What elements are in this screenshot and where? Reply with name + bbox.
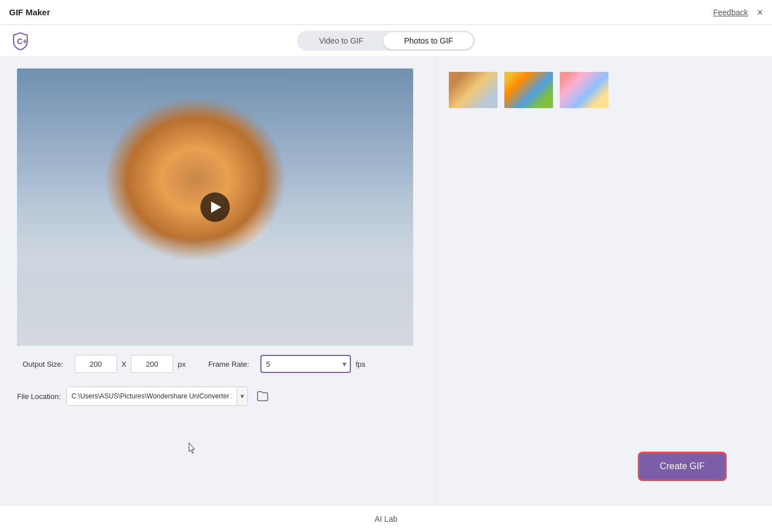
x-separator: X — [122, 360, 127, 368]
play-button[interactable] — [200, 192, 230, 222]
fps-select-wrapper: 5 10 15 20 25 30 — [260, 355, 351, 373]
output-size-label: Output Size: — [23, 360, 63, 368]
thumbnail-cake[interactable] — [559, 71, 610, 109]
size-inputs: X px — [75, 355, 186, 373]
file-path-input[interactable] — [67, 387, 237, 405]
frame-rate-label: Frame Rate: — [208, 360, 249, 368]
create-gif-button[interactable]: Create GIF — [638, 452, 727, 481]
file-location-label: File Location: — [17, 392, 61, 401]
size-rate-row: Output Size: X px Frame Rate: 5 10 — [23, 355, 413, 373]
app-title: GIF Maker — [9, 7, 50, 17]
thumb-sponge-image — [504, 72, 553, 108]
app-logo: C+ — [9, 29, 32, 52]
tab-video-to-gif[interactable]: Video to GIF — [299, 32, 384, 49]
logo-area: C+ — [9, 29, 32, 54]
height-input[interactable] — [131, 355, 173, 373]
ai-lab-label: AI Lab — [375, 514, 397, 524]
content-row: Output Size: X px Frame Rate: 5 10 — [0, 57, 772, 507]
fps-label: fps — [355, 360, 365, 368]
create-gif-button-wrapper: Create GIF — [638, 452, 727, 481]
fps-select[interactable]: 5 10 15 20 25 30 — [260, 355, 351, 373]
thumb-cake-image — [560, 72, 608, 108]
close-button[interactable]: × — [757, 7, 763, 18]
file-path-dropdown[interactable]: ▾ — [237, 387, 247, 405]
file-location-row: File Location: ▾ — [17, 387, 419, 406]
video-preview — [17, 68, 413, 346]
thumbnails-row — [448, 71, 761, 109]
tab-photos-to-gif[interactable]: Photos to GIF — [384, 32, 473, 49]
app-wrapper: GIF Maker Feedback × C+ Video to GIF Pho… — [0, 0, 772, 532]
feedback-link[interactable]: Feedback — [713, 8, 748, 17]
bottom-bar: AI Lab — [0, 505, 772, 532]
width-input[interactable] — [75, 355, 117, 373]
tab-bar: Video to GIF Photos to GIF — [0, 25, 772, 57]
title-bar: GIF Maker Feedback × — [0, 0, 772, 25]
file-path-wrapper: ▾ — [66, 387, 248, 406]
tab-container: Video to GIF Photos to GIF — [297, 31, 475, 51]
controls-area: Output Size: X px Frame Rate: 5 10 — [17, 355, 419, 373]
folder-icon — [257, 391, 268, 401]
title-bar-actions: Feedback × — [713, 7, 763, 18]
snow-overlay — [17, 235, 413, 346]
play-icon — [211, 201, 221, 213]
svg-text:C+: C+ — [17, 37, 27, 46]
left-panel: Output Size: X px Frame Rate: 5 10 — [0, 57, 436, 507]
thumb-cat-image — [449, 72, 497, 108]
right-panel — [436, 57, 772, 507]
fps-row: 5 10 15 20 25 30 fps — [260, 355, 365, 373]
px-label: px — [178, 360, 186, 368]
thumbnail-sponge[interactable] — [503, 71, 554, 109]
thumbnail-cat[interactable] — [448, 71, 499, 109]
folder-icon-button[interactable] — [254, 387, 272, 405]
